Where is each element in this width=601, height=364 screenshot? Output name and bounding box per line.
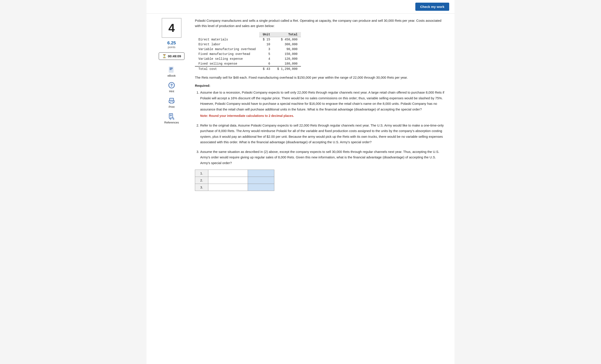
row-label: Variable selling expense xyxy=(195,57,259,61)
row-total: 150,000 xyxy=(274,52,301,57)
row-unit: 6 xyxy=(259,61,274,66)
row-total: 300,000 xyxy=(274,42,301,47)
row-unit: 4 xyxy=(259,57,274,61)
cost-table: Unit Total Direct materials $ 15 $ 450,0… xyxy=(195,32,301,71)
problem-text-1: Polaski Company manufactures and sells a… xyxy=(195,18,446,29)
answer-row-3: 3. xyxy=(195,184,274,191)
row-total: $ 450,000 xyxy=(274,37,301,42)
row-unit: $ 15 xyxy=(259,37,274,42)
question-1-text: Assume due to a recession, Polaski Compa… xyxy=(200,90,444,111)
row-label: Direct labor xyxy=(195,42,259,47)
answer-input-3[interactable] xyxy=(208,184,248,191)
svg-rect-11 xyxy=(170,118,174,120)
row-label: Direct materials xyxy=(195,37,259,42)
main-content: 4 6.25 points ⏳ 00:49:09 xyxy=(147,14,454,195)
answer-input-2[interactable] xyxy=(208,177,248,184)
answer-row-num-3: 3. xyxy=(195,184,208,191)
answer-row-num-2: 2. xyxy=(195,177,208,184)
answer-value-field-3[interactable] xyxy=(250,186,272,189)
svg-rect-13 xyxy=(170,115,172,116)
answer-value-field-1[interactable] xyxy=(250,172,272,175)
answer-field-2[interactable] xyxy=(210,179,246,182)
answer-row-1: 1. xyxy=(195,170,274,177)
row-unit: 5 xyxy=(259,52,274,57)
row-unit: 3 xyxy=(259,47,274,52)
points-value: 6.25 xyxy=(167,40,176,46)
timer-icon: ⏳ xyxy=(162,54,167,58)
row-label: Variable manufacturing overhead xyxy=(195,47,259,52)
ebook-icon xyxy=(168,66,175,73)
question-2-text: Refer to the original data. Assume Polas… xyxy=(200,124,444,144)
total-unit: $ 43 xyxy=(259,66,274,71)
svg-rect-12 xyxy=(170,115,172,115)
print-tool[interactable]: Print xyxy=(152,97,191,108)
table-row: Fixed manufacturing overhead 5 150,000 xyxy=(195,52,301,57)
answer-value-1[interactable] xyxy=(248,170,274,177)
table-row: Direct materials $ 15 $ 450,000 xyxy=(195,37,301,42)
row-unit: 10 xyxy=(259,42,274,47)
question-3-text: Assume the same situation as described i… xyxy=(200,150,439,165)
list-item: Assume the same situation as described i… xyxy=(200,149,446,166)
svg-rect-2 xyxy=(170,68,173,69)
table-row: Direct labor 10 300,000 xyxy=(195,42,301,47)
answer-field-3[interactable] xyxy=(210,186,246,189)
total-row: Total cost $ 43 $ 1,290,000 xyxy=(195,66,301,71)
row-total: 90,000 xyxy=(274,47,301,52)
problem-text-2: The Rets normally sell for $48 each. Fix… xyxy=(195,75,446,80)
row-label: Fixed manufacturing overhead xyxy=(195,52,259,57)
ebook-label: eBook xyxy=(168,74,176,77)
svg-rect-8 xyxy=(170,102,173,104)
questions-list: Assume due to a recession, Polaski Compa… xyxy=(195,90,446,166)
col-header-unit: Unit xyxy=(259,32,274,37)
references-label: References xyxy=(164,121,179,124)
table-row: Variable selling expense 4 120,000 xyxy=(195,57,301,61)
page-wrapper: Check my work 4 6.25 points ⏳ 00:49:09 xyxy=(147,0,454,364)
answer-value-3[interactable] xyxy=(248,184,274,191)
timer-box: ⏳ 00:49:09 xyxy=(159,52,185,60)
answer-value-field-2[interactable] xyxy=(250,179,272,182)
table-row: Fixed selling expense 6 180,000 xyxy=(195,61,301,66)
question-number: 4 xyxy=(169,21,175,35)
svg-text:?: ? xyxy=(170,84,173,87)
hint-label: Hint xyxy=(169,90,174,93)
total-label: Total cost xyxy=(195,66,259,71)
timer-value: 00:49:09 xyxy=(168,54,181,58)
question-number-box: 4 xyxy=(162,18,181,38)
check-my-work-button[interactable]: Check my work xyxy=(415,3,449,11)
row-label: Fixed selling expense xyxy=(195,61,259,66)
row-total: 180,000 xyxy=(274,61,301,66)
answer-input-1[interactable] xyxy=(208,170,248,177)
required-label: Required: xyxy=(195,84,446,87)
answer-value-2[interactable] xyxy=(248,177,274,184)
answer-row-num-1: 1. xyxy=(195,170,208,177)
hint-icon: ? xyxy=(168,82,175,89)
sidebar-tools: eBook ? Hint xyxy=(152,66,191,124)
list-item: Refer to the original data. Assume Polas… xyxy=(200,123,446,145)
answer-row-2: 2. xyxy=(195,177,274,184)
references-icon xyxy=(168,113,175,120)
answer-table: 1. 2. 3. xyxy=(195,170,274,191)
list-item: Assume due to a recession, Polaski Compa… xyxy=(200,90,446,119)
table-row: Variable manufacturing overhead 3 90,000 xyxy=(195,47,301,52)
svg-rect-10 xyxy=(169,114,173,118)
top-bar: Check my work xyxy=(147,0,454,14)
answer-field-1[interactable] xyxy=(210,172,246,175)
col-header-total: Total xyxy=(274,32,301,37)
hint-tool[interactable]: ? Hint xyxy=(152,82,191,93)
content-area: Polaski Company manufactures and sells a… xyxy=(191,18,449,191)
ebook-tool[interactable]: eBook xyxy=(152,66,191,77)
svg-rect-3 xyxy=(170,69,171,70)
print-label: Print xyxy=(169,105,175,108)
left-sidebar: 4 6.25 points ⏳ 00:49:09 xyxy=(152,18,191,191)
print-icon xyxy=(168,97,175,104)
references-tool[interactable]: References xyxy=(152,113,191,124)
svg-rect-1 xyxy=(170,68,173,68)
note-text-1: Note: Round your intermediate calculatio… xyxy=(200,113,446,119)
row-total: 120,000 xyxy=(274,57,301,61)
total-total: $ 1,290,000 xyxy=(274,66,301,71)
points-block: 6.25 points xyxy=(167,40,176,49)
points-label: points xyxy=(167,46,176,49)
svg-point-9 xyxy=(173,101,173,102)
